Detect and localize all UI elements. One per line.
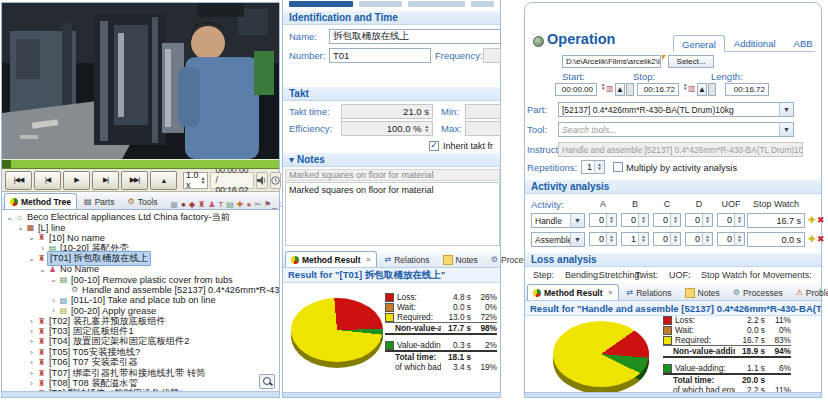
start-marker-button[interactable]: ▲ [615,83,625,96]
tab-tools[interactable]: ⚙Tools [121,193,163,209]
spinner-arrows[interactable]: ▲▼ [670,233,680,245]
skip-to-end-button[interactable]: ▶▶| [121,171,148,190]
expander-icon[interactable]: ⌄ [27,233,36,242]
mid-tab-relations[interactable]: ⇄Relations [378,251,435,267]
select-video-button[interactable]: Select... [668,55,714,68]
add-icon[interactable]: ✚ [808,215,816,225]
efficiency-field[interactable]: 100.0 %▲▼ [341,121,433,136]
mid-tab-notes[interactable]: Notes [437,251,484,267]
video-seekbar[interactable] [2,159,279,169]
tree-row[interactable]: ⌄⌂Beco Electrical appliances Ltd China f… [2,212,279,222]
spinner-arrows[interactable]: ▲▼ [702,233,712,245]
play-button[interactable]: ▶ [63,171,90,190]
person-icon[interactable]: ♟ [208,201,215,209]
right-tab-method-result[interactable]: Method Result✕ [527,284,619,300]
activity-spinner[interactable]: 0▲▼ [685,232,713,246]
part-combo[interactable]: [52137] 0.4*426mm*R-430-BA(TL Drum)10kg▼ [558,102,794,117]
chevron-down-icon[interactable]: ▼ [570,233,584,246]
zoom-button[interactable] [259,374,275,389]
speed-spinner[interactable]: ▲▼ [201,176,206,184]
expander-icon[interactable]: › [27,348,36,357]
start-spinner[interactable]: ▲▼ [598,83,605,91]
op-tab-abb[interactable]: ABB [785,34,822,51]
close-icon[interactable]: ✕ [608,289,614,297]
record-icon[interactable]: ● [181,201,186,209]
tab-method-tree[interactable]: Method Tree [4,193,77,209]
expander-icon[interactable]: ⌄ [16,223,25,232]
stop-marker-button[interactable]: ▲ [697,83,707,96]
stop-time-field[interactable]: 00:16.72 [637,83,679,96]
document-icon[interactable]: ▤ [226,201,234,209]
playback-speed[interactable]: 1.0 x ▲▼ [183,172,208,189]
trolley-icon[interactable]: ♜ [198,201,205,209]
activity-spinner[interactable]: 0▲▼ [653,232,681,246]
right-tab-problems[interactable]: ⚠Problems [790,284,828,300]
stopwatch-field[interactable]: 16.7 s [747,213,805,228]
video-path-input[interactable]: D:\e\Arcelik\Films\arcelik2\IMGA0174.mp4 [562,55,661,68]
expander-icon[interactable]: › [27,389,36,391]
tree-row[interactable]: ›♜[T9] 翻转桶体（暂时用设备代替） [2,389,279,391]
expander-icon[interactable]: ⌄ [5,213,14,222]
stop-film-icon[interactable]: ▥ [688,84,696,93]
expander-icon[interactable]: › [38,244,47,253]
mid-tab-method-result[interactable]: Method Result✕ [285,251,377,267]
dot-icon[interactable]: ● [247,201,252,209]
notes-section-header[interactable]: ▾ Notes [283,152,500,167]
efficiency-spinner[interactable]: ▲▼ [425,125,429,133]
right-tab-notes[interactable]: Notes [679,284,726,300]
spinner-arrows[interactable]: ▲▼ [702,214,712,226]
minimize-button[interactable]: _ [272,200,276,209]
grid-icon[interactable]: ▦ [170,201,178,209]
tree-row[interactable]: ⌄▦[L] line [2,222,279,232]
start-film-icon[interactable]: ▥ [606,84,614,93]
repetitions-spinner[interactable]: 1▲▼ [581,160,605,174]
hat-icon[interactable]: ◆ [189,201,195,209]
add-icon[interactable]: ✚ [237,201,244,209]
spinner-arrows[interactable]: ▲▼ [606,233,616,245]
volume-button[interactable] [256,172,268,189]
video-player[interactable] [2,3,279,159]
previous-frame-button[interactable]: |◀ [34,171,61,190]
name-input[interactable]: 拆包取桶放在线上 [329,29,501,44]
activity-spinner[interactable]: 0▲▼ [685,213,713,227]
next-frame-button[interactable]: ▶| [92,171,119,190]
tree-row[interactable]: ⌄♜[T01] 拆包取桶放在线上 [2,254,279,264]
expander-icon[interactable]: › [27,369,36,378]
add-icon[interactable]: ✚ [808,234,816,244]
stopwatch-field[interactable]: 0.0 s [747,232,805,247]
activity-spinner[interactable]: 0▲▼ [717,232,745,246]
spinner-arrows[interactable]: ▲▼ [638,233,648,245]
delete-icon[interactable]: ✖ [817,215,825,225]
activity-spinner[interactable]: 0▲▼ [589,232,617,246]
stop-spinner[interactable]: ▲▼ [680,83,687,91]
spinner-arrows[interactable]: ▲▼ [734,233,744,245]
marker-button[interactable]: ▲ [150,171,177,190]
op-tab-additional[interactable]: Additional [725,34,785,51]
start-time-field[interactable]: 00:00.00 [555,83,597,96]
chevron-down-icon[interactable]: ▼ [779,123,793,136]
tree-row[interactable]: ›▤[01L-10] Take and place tub on line [2,295,279,305]
tool-combo[interactable]: Search tools...▼ [558,122,794,137]
clock-button[interactable] [270,172,281,189]
spinner-arrows[interactable]: ▲▼ [734,214,744,226]
collapse-icon[interactable]: ▾ [289,154,294,165]
op-tab-general[interactable]: General [673,35,725,52]
expander-icon[interactable]: › [49,296,58,305]
notes-textarea[interactable]: Marked squares on floor for material [285,182,500,246]
number-input[interactable]: T01 [329,48,431,63]
tab-parts[interactable]: ▤Parts [78,193,120,209]
activity-spinner[interactable]: 0▲▼ [589,213,617,227]
multiply-checkbox[interactable] [613,162,623,174]
tree-row[interactable]: ⌄▤[00-10] Remove plastic cover from tubs [2,274,279,284]
right-tab-processes[interactable]: ⚙Processes [727,284,789,300]
expander-icon[interactable]: › [27,358,36,367]
expander-icon[interactable]: › [27,317,36,326]
frequency-input[interactable] [483,48,501,63]
close-icon[interactable]: ✕ [366,256,372,264]
tree-row[interactable]: ⌄♜[10] No name [2,233,279,243]
activity-spinner[interactable]: 0▲▼ [717,213,745,227]
chevron-down-icon[interactable]: ▼ [779,103,793,116]
spinner-arrows[interactable]: ▲▼ [670,214,680,226]
cut-icon[interactable]: ✂ [254,201,261,209]
expander-icon[interactable]: ⌄ [38,265,47,274]
